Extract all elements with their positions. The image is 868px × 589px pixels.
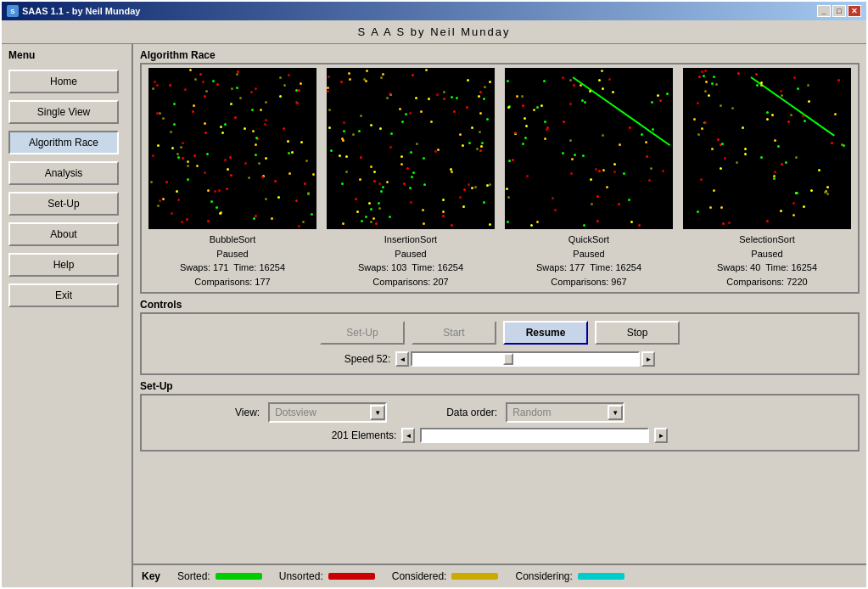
app-icon: S <box>7 5 19 17</box>
elements-slider-left-arrow[interactable]: ◄ <box>401 428 415 443</box>
setup-button[interactable]: Set-Up <box>320 321 405 345</box>
data-order-select-container: Random Sorted Reverse ▼ <box>506 402 624 423</box>
sidebar-item-about[interactable]: About <box>8 222 119 246</box>
app-title: S A A S by Neil Munday <box>358 25 511 38</box>
key-sorted-bar <box>216 573 262 580</box>
algo-info-selectionsort: SelectionSort Paused Swaps: 40 Time: 162… <box>717 233 817 289</box>
maximize-button[interactable]: □ <box>832 5 846 17</box>
key-considering-bar <box>578 573 624 580</box>
setup-label: Set-Up <box>140 380 860 392</box>
algo-item-bubblesort: BubbleSort Paused Swaps: 171 Time: 16254… <box>145 68 320 289</box>
sidebar-item-home[interactable]: Home <box>8 70 119 93</box>
start-button[interactable]: Start <box>412 321 496 345</box>
key-considered-bar <box>451 573 498 580</box>
view-select-container: Dotsview Barview ▼ <box>268 402 387 423</box>
speed-slider-track[interactable] <box>411 351 640 367</box>
algo-info-insertionsort: InsertionSort Paused Swaps: 103 Time: 16… <box>358 233 463 289</box>
key-considered-label: Considered: <box>392 570 447 582</box>
algo-canvas-bubblesort <box>148 68 316 229</box>
stop-button[interactable]: Stop <box>595 321 680 345</box>
key-item-unsorted: Unsorted: <box>279 570 375 582</box>
elements-slider-track[interactable] <box>420 428 649 443</box>
algo-info-bubblesort: BubbleSort Paused Swaps: 171 Time: 16254… <box>180 233 285 289</box>
view-select[interactable]: Dotsview Barview <box>268 402 387 423</box>
sidebar-item-algorithm-race[interactable]: Algorithm Race <box>8 131 119 154</box>
algo-info-quicksort: QuickSort Paused Swaps: 177 Time: 16254 … <box>536 233 641 289</box>
speed-slider-left-arrow[interactable]: ◄ <box>395 351 409 367</box>
algo-canvas-selectionsort <box>683 68 851 229</box>
algorithm-race-label: Algorithm Race <box>140 49 860 61</box>
speed-label: Speed 52: <box>344 353 391 365</box>
window-title: SAAS 1.1 - by Neil Munday <box>22 6 140 16</box>
scrollable-area: Algorithm Race BubbleSort Paused Swaps: … <box>133 44 866 564</box>
sidebar-item-help[interactable]: Help <box>8 253 119 277</box>
title-bar-left: S SAAS 1.1 - by Neil Munday <box>7 5 140 17</box>
key-unsorted-label: Unsorted: <box>279 570 323 582</box>
close-button[interactable]: ✕ <box>848 5 861 17</box>
controls-container: Set-Up Start Resume Stop Speed 52: ◄ <box>140 312 860 375</box>
speed-row: Speed 52: ◄ ► <box>150 351 849 367</box>
key-unsorted-bar <box>328 573 375 580</box>
resume-button[interactable]: Resume <box>503 321 588 345</box>
key-section: Key Sorted: Unsorted: Considered: Consid… <box>133 564 866 587</box>
algo-grids: BubbleSort Paused Swaps: 171 Time: 16254… <box>145 68 854 289</box>
sidebar-item-exit[interactable]: Exit <box>8 283 119 307</box>
key-item-considering: Considering: <box>515 570 624 582</box>
quicksort-line <box>572 76 670 146</box>
sidebar-item-analysis[interactable]: Analysis <box>8 161 119 185</box>
main-window: S SAAS 1.1 - by Neil Munday _ □ ✕ S A A … <box>0 0 868 589</box>
app-header: S A A S by Neil Munday <box>2 20 866 44</box>
controls-label: Controls <box>140 299 860 311</box>
main-content: Menu Home Single View Algorithm Race Ana… <box>2 44 866 587</box>
setup-view-row: View: Dotsview Barview ▼ Data order: <box>150 402 849 423</box>
algo-item-selectionsort: SelectionSort Paused Swaps: 40 Time: 162… <box>680 68 854 289</box>
key-considering-label: Considering: <box>515 570 572 582</box>
elements-label: 201 Elements: <box>332 429 397 441</box>
right-panel: Algorithm Race BubbleSort Paused Swaps: … <box>133 44 866 587</box>
sidebar-item-single-view[interactable]: Single View <box>8 100 119 124</box>
minimize-button[interactable]: _ <box>817 5 831 17</box>
title-bar: S SAAS 1.1 - by Neil Munday _ □ ✕ <box>2 2 866 20</box>
key-item-sorted: Sorted: <box>177 570 262 582</box>
sidebar: Menu Home Single View Algorithm Race Ana… <box>2 44 133 587</box>
title-bar-buttons: _ □ ✕ <box>817 5 861 17</box>
speed-slider-right-arrow[interactable]: ► <box>641 351 655 367</box>
algo-canvas-insertionsort <box>327 68 495 229</box>
selectionsort-line <box>750 76 834 136</box>
algo-canvas-quicksort <box>505 68 673 229</box>
algo-item-insertionsort: InsertionSort Paused Swaps: 103 Time: 16… <box>323 68 498 289</box>
key-label: Key <box>142 570 160 582</box>
setup-container: View: Dotsview Barview ▼ Data order: <box>140 394 860 452</box>
key-item-considered: Considered: <box>392 570 499 582</box>
key-sorted-label: Sorted: <box>177 570 210 582</box>
algorithm-race-section: Algorithm Race BubbleSort Paused Swaps: … <box>140 49 860 294</box>
elements-slider-right-arrow[interactable]: ► <box>654 428 668 443</box>
data-order-select[interactable]: Random Sorted Reverse <box>506 402 624 423</box>
data-order-label: Data order: <box>446 407 497 418</box>
menu-label: Menu <box>8 49 125 61</box>
algo-race-container: BubbleSort Paused Swaps: 171 Time: 16254… <box>140 63 860 294</box>
algo-item-quicksort: QuickSort Paused Swaps: 177 Time: 16254 … <box>501 68 676 289</box>
sidebar-item-setup[interactable]: Set-Up <box>8 192 119 216</box>
controls-buttons: Set-Up Start Resume Stop <box>150 321 849 345</box>
speed-slider-thumb[interactable] <box>503 353 513 365</box>
setup-section: Set-Up View: Dotsview Barview ▼ <box>140 380 860 452</box>
view-label: View: <box>235 407 260 418</box>
elements-row: 201 Elements: ◄ ► <box>150 428 849 443</box>
speed-slider-container: ◄ ► <box>395 351 655 367</box>
controls-section: Controls Set-Up Start Resume Stop Speed … <box>140 299 860 375</box>
